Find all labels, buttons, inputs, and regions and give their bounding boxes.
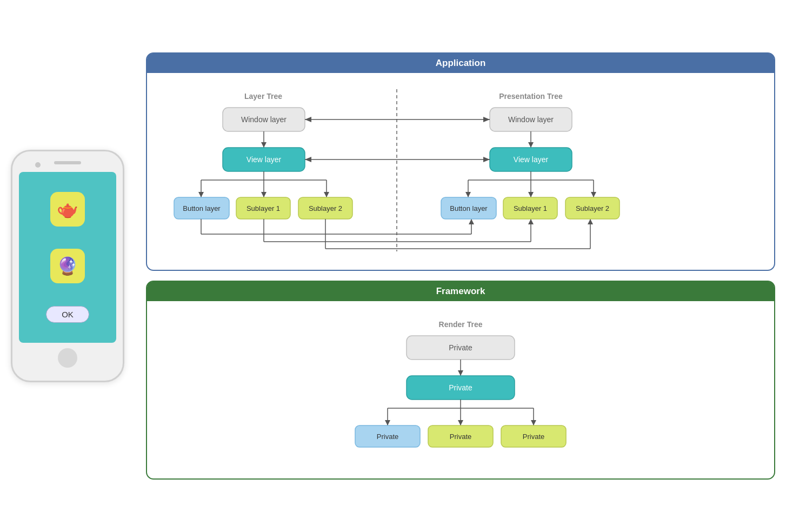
arrow-view-r <box>483 157 490 162</box>
application-title: Application <box>147 54 774 73</box>
gem-button[interactable]: 🔮 <box>50 249 85 283</box>
private5-text: Private <box>523 433 544 441</box>
ok-button[interactable]: OK <box>46 306 89 323</box>
presentation-tree-label: Presentation Tree <box>499 92 563 101</box>
arrow-win-l <box>305 117 311 122</box>
sublayer1-right-text: Sublayer 1 <box>514 204 547 212</box>
application-box: Application Layer Tree Presentation Tree… <box>146 52 775 271</box>
window-layer-left-text: Window layer <box>241 115 287 124</box>
phone-speaker <box>54 161 81 164</box>
gem-icon: 🔮 <box>57 256 78 276</box>
phone-mockup: 🫖 🔮 OK <box>11 150 124 382</box>
arrow-p3 <box>385 420 390 425</box>
arrow-btn-right <box>465 192 471 197</box>
button-layer-right-text: Button layer <box>450 204 488 212</box>
back-arrow-r2 <box>528 219 534 224</box>
arrow-view-l <box>305 157 311 162</box>
arrow-wl-vl-left <box>261 142 267 148</box>
window-layer-right-text: Window layer <box>508 115 554 124</box>
app-content: Layer Tree Presentation Tree Window laye… <box>147 73 774 270</box>
application-diagram: Layer Tree Presentation Tree Window laye… <box>163 84 634 257</box>
framework-box: Framework Render Tree Private Private <box>146 281 775 480</box>
private3-text: Private <box>377 433 398 441</box>
right-panel: Application Layer Tree Presentation Tree… <box>146 11 775 521</box>
sublayer2-left-text: Sublayer 2 <box>309 204 342 212</box>
framework-diagram: Render Tree Private Private <box>225 312 696 463</box>
fw-content: Render Tree Private Private <box>147 301 774 478</box>
phone-camera <box>35 162 41 168</box>
private2-text: Private <box>449 383 472 392</box>
teapot-button[interactable]: 🫖 <box>50 192 85 227</box>
arrow-win-r <box>483 117 490 122</box>
view-layer-left-text: View layer <box>247 155 282 164</box>
phone-screen: 🫖 🔮 OK <box>19 172 116 343</box>
private1-text: Private <box>449 343 472 352</box>
arrow-wl-vl-right <box>528 142 534 148</box>
button-layer-left-text: Button layer <box>183 204 221 212</box>
arrow-sub2-left <box>324 192 329 197</box>
sublayer2-right-text: Sublayer 2 <box>576 204 609 212</box>
arrow-sub2-right <box>591 192 596 197</box>
arrow-p1-p2 <box>458 370 463 376</box>
arrow-p4 <box>458 420 463 425</box>
framework-title: Framework <box>147 282 774 301</box>
arrow-sub1-right <box>528 192 534 197</box>
back-arrow-r3 <box>588 219 593 224</box>
teapot-icon: 🫖 <box>57 199 78 220</box>
arrow-sub1-left <box>261 192 267 197</box>
arrow-p5 <box>531 420 536 425</box>
back-arrow-r1 <box>469 219 474 224</box>
private4-text: Private <box>450 433 471 441</box>
layer-tree-label: Layer Tree <box>244 92 282 101</box>
arrow-btn-left <box>198 192 204 197</box>
render-tree-label: Render Tree <box>439 320 483 329</box>
view-layer-right-text: View layer <box>514 155 549 164</box>
sublayer1-left-text: Sublayer 1 <box>247 204 280 212</box>
phone-home-button[interactable] <box>58 348 77 368</box>
